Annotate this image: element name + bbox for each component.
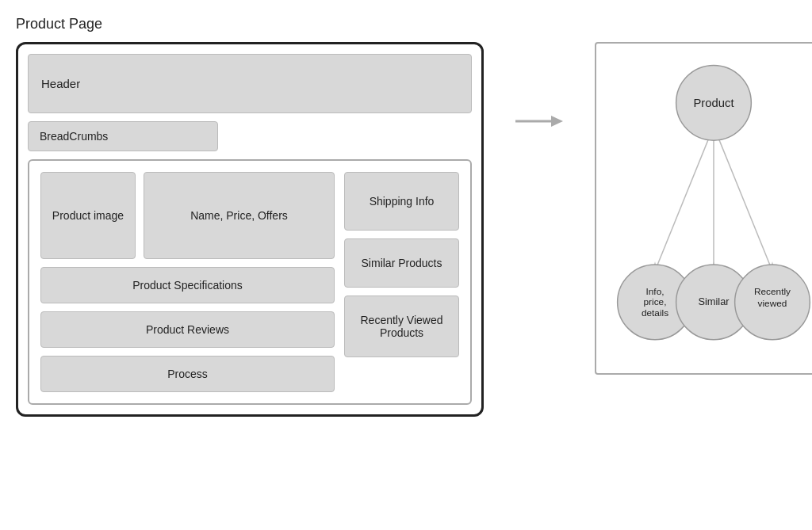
arrow-container [515,42,563,137]
svg-text:price,: price, [644,296,667,307]
header-block: Header [28,54,472,113]
specs-label: Product Specifications [132,279,243,292]
page-wireframe: Header BreadCrumbs Product image Name, P… [16,42,484,417]
diagram-container: Product Info, price, details Similar Rec… [595,42,812,375]
top-row: Product image Name, Price, Offers [40,172,335,259]
content-area: Product image Name, Price, Offers Produc… [28,159,472,405]
breadcrumbs-block: BreadCrumbs [28,121,218,151]
process-label: Process [167,368,208,380]
process-block: Process [40,356,335,392]
arrow-icon [515,105,563,137]
svg-text:Similar: Similar [698,296,730,307]
header-label: Header [41,77,80,90]
product-specifications-block: Product Specifications [40,267,335,303]
recently-viewed-block: Recently Viewed Products [344,296,459,357]
svg-text:details: details [642,307,668,318]
similar-products-block: Similar Products [344,238,459,288]
shipping-label: Shipping Info [370,195,435,208]
shipping-info-block: Shipping Info [344,172,459,231]
diagram-svg: Product Info, price, details Similar Rec… [596,44,812,373]
left-column: Product image Name, Price, Offers Produc… [40,172,335,392]
name-price-label: Name, Price, Offers [190,209,288,222]
product-image-label: Product image [52,209,124,222]
svg-line-2 [655,126,714,271]
page-title: Product Page [16,16,796,32]
svg-marker-1 [551,116,563,127]
svg-text:Recently: Recently [754,286,791,297]
similar-label: Similar Products [362,257,442,269]
svg-text:Product: Product [694,97,734,109]
main-layout: Header BreadCrumbs Product image Name, P… [16,42,796,417]
svg-line-4 [714,126,772,271]
right-column: Shipping Info Similar Products Recently … [344,172,459,392]
reviews-label: Product Reviews [146,323,229,336]
name-price-block: Name, Price, Offers [144,172,335,259]
product-image-block: Product image [40,172,136,259]
breadcrumbs-label: BreadCrumbs [40,130,108,143]
recently-viewed-label: Recently Viewed Products [360,314,442,339]
svg-text:viewed: viewed [758,298,787,309]
svg-text:Info,: Info, [645,286,664,297]
product-reviews-block: Product Reviews [40,311,335,348]
